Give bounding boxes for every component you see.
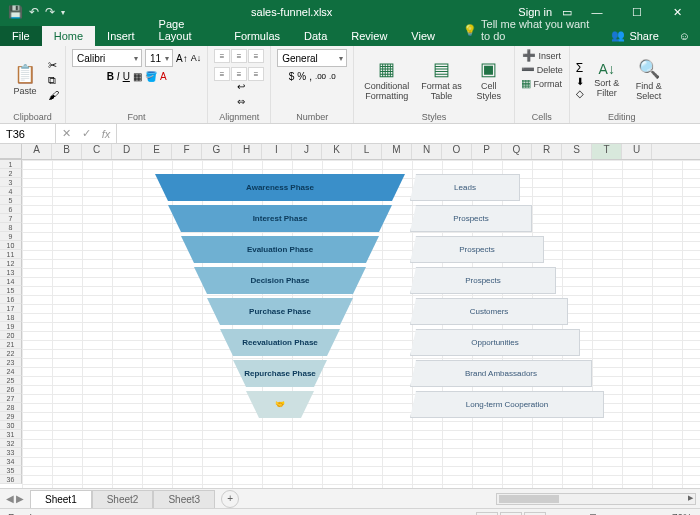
clear-icon[interactable]: ◇ — [576, 88, 584, 99]
row-header-1[interactable]: 1 — [0, 160, 22, 169]
tab-formulas[interactable]: Formulas — [222, 26, 292, 46]
sheet-nav-prev-icon[interactable]: ◀ — [6, 493, 14, 504]
column-header-Q[interactable]: Q — [502, 144, 532, 159]
row-header-9[interactable]: 9 — [0, 232, 22, 241]
align-right-icon[interactable]: ≡ — [248, 67, 264, 81]
fx-icon[interactable]: fx — [96, 124, 116, 143]
italic-button[interactable]: I — [117, 71, 120, 82]
row-header-20[interactable]: 20 — [0, 331, 22, 340]
normal-view-button[interactable]: ▦ — [476, 512, 498, 516]
column-header-F[interactable]: F — [172, 144, 202, 159]
column-header-U[interactable]: U — [622, 144, 652, 159]
sheet-tab-sheet1[interactable]: Sheet1 — [30, 490, 92, 508]
tab-data[interactable]: Data — [292, 26, 339, 46]
align-middle-icon[interactable]: ≡ — [231, 49, 247, 63]
row-header-6[interactable]: 6 — [0, 205, 22, 214]
row-header-10[interactable]: 10 — [0, 241, 22, 250]
column-header-S[interactable]: S — [562, 144, 592, 159]
increase-font-icon[interactable]: A↑ — [176, 53, 188, 64]
conditional-formatting-button[interactable]: ▦ Conditional Formatting — [360, 56, 413, 104]
row-header-31[interactable]: 31 — [0, 430, 22, 439]
decrease-decimal-icon[interactable]: .0 — [329, 72, 336, 81]
insert-cells-button[interactable]: ➕Insert — [522, 49, 561, 62]
row-header-18[interactable]: 18 — [0, 313, 22, 322]
funnel-chart[interactable]: Awareness Phase Interest Phase Evaluatio… — [155, 174, 405, 422]
row-header-21[interactable]: 21 — [0, 340, 22, 349]
number-format-select[interactable]: General — [277, 49, 347, 67]
row-header-29[interactable]: 29 — [0, 412, 22, 421]
cancel-formula-icon[interactable]: ✕ — [56, 124, 76, 143]
column-header-N[interactable]: N — [412, 144, 442, 159]
row-header-8[interactable]: 8 — [0, 223, 22, 232]
sort-filter-button[interactable]: A↓ Sort & Filter — [588, 59, 626, 101]
sheet-tab-sheet2[interactable]: Sheet2 — [92, 490, 154, 508]
row-header-30[interactable]: 30 — [0, 421, 22, 430]
column-header-G[interactable]: G — [202, 144, 232, 159]
funnel-segment-6[interactable]: Repurchase Phase — [233, 360, 327, 387]
tab-page-layout[interactable]: Page Layout — [147, 14, 223, 46]
format-painter-icon[interactable]: 🖌 — [48, 89, 59, 101]
row-header-14[interactable]: 14 — [0, 277, 22, 286]
column-header-M[interactable]: M — [382, 144, 412, 159]
redo-icon[interactable]: ↷ — [45, 5, 55, 19]
merge-center-icon[interactable]: ⇔ — [237, 96, 245, 107]
cell-styles-button[interactable]: ▣ Cell Styles — [470, 56, 508, 104]
qat-customize-icon[interactable]: ▾ — [61, 8, 65, 17]
row-header-12[interactable]: 12 — [0, 259, 22, 268]
row-header-26[interactable]: 26 — [0, 385, 22, 394]
row-header-36[interactable]: 36 — [0, 475, 22, 484]
row-header-11[interactable]: 11 — [0, 250, 22, 259]
column-header-A[interactable]: A — [22, 144, 52, 159]
add-sheet-button[interactable]: + — [221, 490, 239, 508]
column-header-E[interactable]: E — [142, 144, 172, 159]
enter-formula-icon[interactable]: ✓ — [76, 124, 96, 143]
row-header-15[interactable]: 15 — [0, 286, 22, 295]
row-header-35[interactable]: 35 — [0, 466, 22, 475]
row-header-25[interactable]: 25 — [0, 376, 22, 385]
delete-cells-button[interactable]: ➖Delete — [521, 63, 563, 76]
close-button[interactable]: ✕ — [662, 6, 692, 19]
column-header-P[interactable]: P — [472, 144, 502, 159]
copy-icon[interactable]: ⧉ — [48, 74, 59, 87]
sheet-tab-sheet3[interactable]: Sheet3 — [153, 490, 215, 508]
funnel-segment-2[interactable]: Evaluation Phase — [181, 236, 379, 263]
font-name-select[interactable]: Calibri — [72, 49, 142, 67]
funnel-segment-5[interactable]: Reevaluation Phase — [220, 329, 340, 356]
row-header-34[interactable]: 34 — [0, 457, 22, 466]
undo-icon[interactable]: ↶ — [29, 5, 39, 19]
row-header-32[interactable]: 32 — [0, 439, 22, 448]
column-header-C[interactable]: C — [82, 144, 112, 159]
page-break-view-button[interactable]: ▭ — [524, 512, 546, 516]
formula-input[interactable] — [117, 124, 700, 143]
bold-button[interactable]: B — [107, 71, 114, 82]
tab-file[interactable]: File — [0, 26, 42, 46]
align-left-icon[interactable]: ≡ — [214, 67, 230, 81]
align-top-icon[interactable]: ≡ — [214, 49, 230, 63]
row-header-3[interactable]: 3 — [0, 178, 22, 187]
column-header-D[interactable]: D — [112, 144, 142, 159]
row-header-22[interactable]: 22 — [0, 349, 22, 358]
increase-decimal-icon[interactable]: .00 — [315, 72, 326, 81]
underline-button[interactable]: U — [123, 71, 130, 82]
tab-home[interactable]: Home — [42, 26, 95, 46]
format-cells-button[interactable]: ▦Format — [521, 77, 562, 90]
wrap-text-icon[interactable]: ↩ — [237, 81, 245, 92]
row-header-27[interactable]: 27 — [0, 394, 22, 403]
row-header-13[interactable]: 13 — [0, 268, 22, 277]
worksheet-grid[interactable]: ABCDEFGHIJKLMNOPQRSTU 123456789101112131… — [0, 144, 700, 488]
row-header-16[interactable]: 16 — [0, 295, 22, 304]
column-header-K[interactable]: K — [322, 144, 352, 159]
align-center-icon[interactable]: ≡ — [231, 67, 247, 81]
row-header-23[interactable]: 23 — [0, 358, 22, 367]
feedback-button[interactable]: ☺ — [669, 26, 700, 46]
autosum-icon[interactable]: Σ — [576, 61, 584, 75]
scrollbar-thumb[interactable] — [499, 495, 559, 503]
column-header-B[interactable]: B — [52, 144, 82, 159]
funnel-segment-7[interactable]: 🤝 — [246, 391, 314, 418]
column-header-J[interactable]: J — [292, 144, 322, 159]
column-header-H[interactable]: H — [232, 144, 262, 159]
tab-insert[interactable]: Insert — [95, 26, 147, 46]
decrease-font-icon[interactable]: A↓ — [191, 53, 202, 63]
fill-color-icon[interactable]: 🪣 — [145, 71, 157, 82]
paste-button[interactable]: 📋 Paste — [6, 61, 44, 99]
